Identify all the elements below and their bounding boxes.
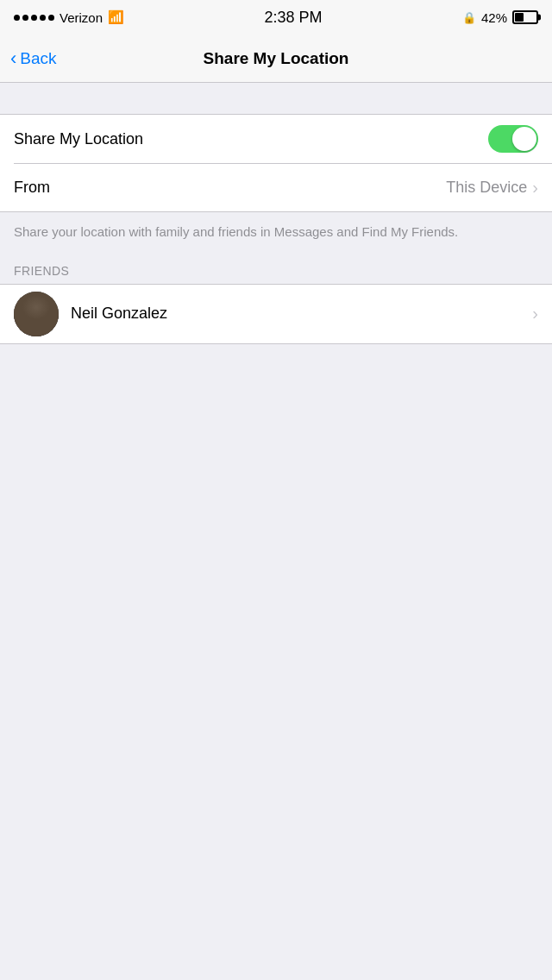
back-button[interactable]: ‹ Back bbox=[10, 47, 57, 70]
dot-1 bbox=[14, 15, 20, 21]
battery-percent: 42% bbox=[481, 10, 507, 25]
share-location-cell: Share My Location bbox=[0, 115, 552, 163]
share-location-group: Share My Location From This Device › bbox=[0, 114, 552, 212]
nav-title: Share My Location bbox=[204, 49, 349, 68]
avatar-image bbox=[14, 292, 59, 336]
back-chevron-icon: ‹ bbox=[10, 47, 16, 70]
avatar-silhouette bbox=[14, 292, 59, 336]
from-value: This Device bbox=[446, 179, 527, 197]
friends-section-header: FRIENDS bbox=[0, 256, 552, 284]
battery-icon bbox=[512, 10, 538, 24]
status-bar: Verizon 📶 2:38 PM 🔒 42% bbox=[0, 0, 552, 35]
nav-bar: ‹ Back Share My Location bbox=[0, 35, 552, 83]
carrier-label: Verizon bbox=[60, 10, 103, 25]
description-section: Share your location with family and frie… bbox=[0, 212, 552, 256]
from-cell[interactable]: From This Device › bbox=[0, 163, 552, 211]
signal-dots bbox=[14, 15, 54, 21]
dot-3 bbox=[31, 15, 37, 21]
wifi-icon: 📶 bbox=[108, 9, 124, 25]
dot-4 bbox=[40, 15, 46, 21]
description-text: Share your location with family and frie… bbox=[14, 224, 458, 239]
from-value-group: This Device › bbox=[446, 178, 538, 198]
top-spacer bbox=[0, 83, 552, 114]
toggle-knob bbox=[512, 127, 536, 151]
share-location-label: Share My Location bbox=[14, 130, 143, 148]
status-time: 2:38 PM bbox=[264, 9, 322, 27]
avatar bbox=[14, 292, 59, 336]
battery-fill bbox=[515, 13, 524, 22]
back-label: Back bbox=[20, 49, 56, 68]
friends-group: Neil Gonzalez › bbox=[0, 284, 552, 344]
share-location-toggle[interactable] bbox=[488, 125, 538, 153]
friend-name: Neil Gonzalez bbox=[71, 305, 532, 323]
bottom-spacer bbox=[0, 344, 552, 689]
friend-chevron-icon: › bbox=[532, 304, 538, 324]
lock-icon: 🔒 bbox=[462, 11, 476, 24]
status-left: Verizon 📶 bbox=[14, 9, 124, 25]
from-label: From bbox=[14, 179, 50, 197]
dot-2 bbox=[22, 15, 28, 21]
friend-item-neil[interactable]: Neil Gonzalez › bbox=[0, 285, 552, 343]
status-right: 🔒 42% bbox=[462, 10, 538, 25]
friends-header-label: FRIENDS bbox=[14, 264, 69, 278]
dot-5 bbox=[48, 15, 54, 21]
from-chevron-icon: › bbox=[532, 178, 538, 198]
